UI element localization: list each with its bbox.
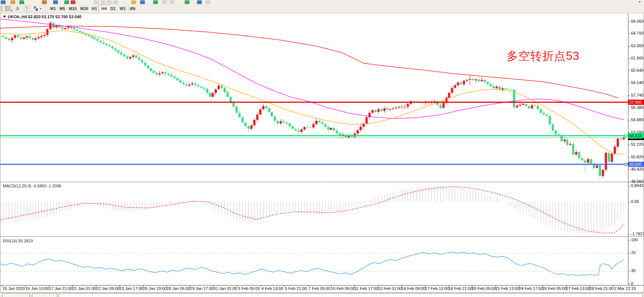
rsi-label: RSI(14) 55.2819 <box>3 239 33 243</box>
timeframe-button-mn[interactable]: MN <box>126 5 138 13</box>
toolbar-separator <box>45 5 46 12</box>
toolbar-icon-partial[interactable] <box>206 0 210 4</box>
toolbar-icon-partial[interactable] <box>185 0 190 4</box>
price-badge-57: 57.000 <box>628 100 644 105</box>
toolbar-icon-partial[interactable] <box>42 0 47 4</box>
toolbar-icon-partial[interactable] <box>10 0 15 4</box>
toolbar-icon-partial[interactable] <box>19 0 24 4</box>
chart-title: UKOil-,H4 52.820 53.170 52.760 53.040 <box>8 14 81 19</box>
toolbar-icon-partial[interactable] <box>64 0 69 4</box>
shapes-icon <box>33 6 39 11</box>
price-badge-53223: 53.223 <box>628 133 644 138</box>
toolbar-icon-partial[interactable] <box>169 0 174 4</box>
toolbar-icon-partial[interactable] <box>140 0 145 4</box>
text-label-button[interactable]: T <box>22 5 31 12</box>
cursor-a-button[interactable]: A <box>13 5 22 12</box>
grid-template-button[interactable]: F <box>3 5 13 12</box>
price-badge-50: 50.000 <box>628 162 644 167</box>
toolbar-icon-partial[interactable] <box>71 0 75 4</box>
toolbar-grip-icon[interactable] <box>1 6 2 12</box>
chart-title-row: UKOil-,H4 52.820 53.170 52.760 53.040 <box>3 14 81 19</box>
toolbar-icon-partial[interactable] <box>162 0 167 4</box>
toolbar-icon-partial[interactable] <box>113 0 118 4</box>
chart-canvas[interactable] <box>0 0 644 297</box>
annotation-text[interactable]: 多空转折点53 <box>507 48 579 64</box>
macd-label: MACD(12,26,9) -0.5860 -1.2096 <box>3 184 61 188</box>
symbol-dropdown-icon[interactable] <box>3 16 6 18</box>
toolbar-icon-partial[interactable] <box>197 0 202 4</box>
toolbar-icon-partial[interactable] <box>100 0 105 4</box>
shapes-button[interactable]: ▾ <box>32 5 43 12</box>
chart-tab[interactable] <box>2 293 30 297</box>
chart-tab-area[interactable] <box>59 293 643 297</box>
chart-tabs-strip <box>0 292 644 297</box>
toolbar-icon-partial[interactable] <box>1 0 6 4</box>
toolbar-icon-partial[interactable] <box>131 0 136 4</box>
chart-tab[interactable] <box>32 293 57 297</box>
grid-template-icon: F <box>5 6 11 11</box>
toolbar-separator <box>129 5 130 12</box>
timeframe-button-d1[interactable]: D1 <box>108 5 118 13</box>
toolbar-icon-partial[interactable] <box>107 0 111 4</box>
text-label-icon: T <box>24 6 30 12</box>
mt4-window: ▾ F A T ▾ M1M5M15M30H1H4D1W1MN UKOil-,H4… <box>0 0 644 297</box>
toolbar-icon-partial[interactable] <box>153 0 158 4</box>
timeframe-button-h1[interactable]: H1 <box>89 5 100 13</box>
cursor-a-icon: A <box>16 6 19 12</box>
toolbar-icon-partial[interactable] <box>94 0 99 4</box>
chevron-down-icon: ▾ <box>40 7 41 10</box>
toolbar-overflow-icon[interactable]: ▾ <box>639 0 642 4</box>
toolbar-icon-partial[interactable] <box>53 0 58 4</box>
chart-toolbar: F A T ▾ M1M5M15M30H1H4D1W1MN <box>0 4 644 13</box>
